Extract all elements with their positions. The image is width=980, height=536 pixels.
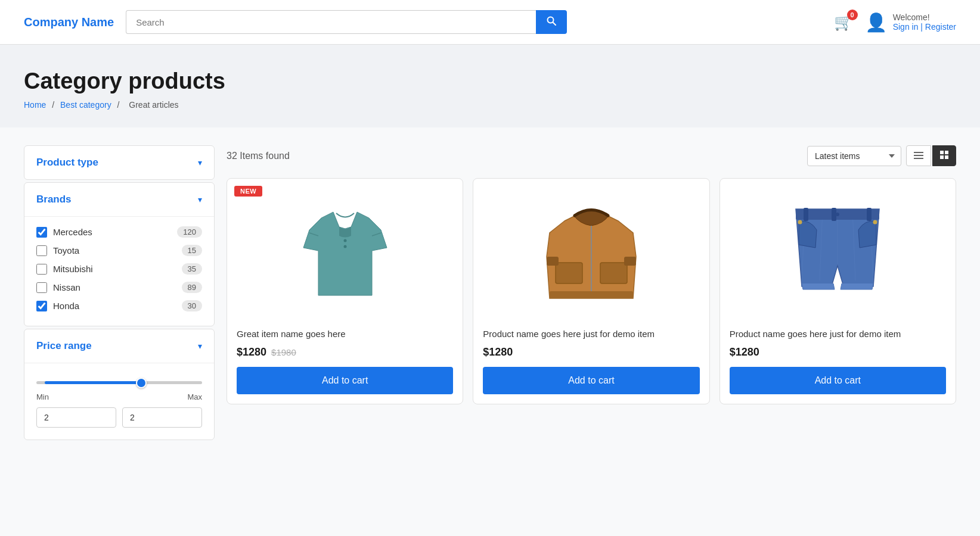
- price-max-input[interactable]: [122, 407, 202, 428]
- svg-point-30: [798, 220, 802, 225]
- svg-rect-18: [550, 291, 633, 298]
- svg-point-10: [343, 245, 346, 248]
- brand-count: 35: [182, 263, 202, 275]
- svg-rect-6: [945, 151, 948, 154]
- product-price-row: $1280 $1980: [237, 346, 453, 359]
- brands-label: Brands: [36, 194, 72, 205]
- svg-rect-3: [914, 155, 923, 156]
- product-card: Product name goes here just for demo ite…: [720, 178, 956, 404]
- products-toolbar: 32 Items found Latest itemsPrice: Low to…: [227, 145, 956, 166]
- brand-item: Honda30: [36, 297, 202, 315]
- brand-count: 120: [177, 226, 202, 238]
- brand-checkbox-honda[interactable]: [36, 301, 47, 311]
- product-badge: NEW: [234, 186, 262, 197]
- brand-checkbox-mitsubishi[interactable]: [36, 264, 47, 275]
- hero-banner: Category products Home / Best category /…: [0, 45, 980, 127]
- price-labels: Min Max: [36, 392, 202, 401]
- brand-checkbox-mercedes[interactable]: [36, 227, 47, 238]
- svg-rect-4: [914, 158, 923, 159]
- svg-point-9: [343, 239, 346, 242]
- price-inputs: [36, 407, 202, 428]
- products-grid: NEW Great item name goes here $1280 $198…: [227, 178, 956, 404]
- user-icon: 👤: [865, 12, 887, 33]
- product-name: Product name goes here just for demo ite…: [483, 328, 699, 340]
- price-range-chevron: ▾: [198, 341, 202, 351]
- price-current: $1280: [730, 346, 759, 359]
- brand-item: Mitsubishi35: [36, 260, 202, 278]
- product-card: NEW Great item name goes here $1280 $198…: [227, 178, 463, 404]
- grid-icon: [940, 151, 948, 159]
- list-view-button[interactable]: [906, 145, 931, 166]
- brand-item: Toyota15: [36, 241, 202, 260]
- add-to-cart-button[interactable]: Add to cart: [483, 367, 699, 394]
- search-icon: [547, 16, 556, 26]
- range-track: [36, 381, 202, 384]
- add-to-cart-button[interactable]: Add to cart: [237, 367, 453, 394]
- price-current: $1280: [237, 346, 266, 359]
- brand-count: 89: [182, 282, 202, 293]
- svg-rect-26: [832, 208, 836, 221]
- list-icon: [914, 152, 923, 159]
- range-fill: [45, 381, 144, 384]
- breadcrumb-category[interactable]: Best category: [60, 100, 111, 110]
- company-logo[interactable]: Company Name: [24, 15, 114, 29]
- svg-rect-14: [556, 263, 582, 283]
- brands-list: Mercedes120Toyota15Mitsubishi35Nissan89H…: [24, 216, 214, 326]
- search-input[interactable]: [126, 10, 536, 34]
- product-image: [483, 188, 699, 319]
- brand-count: 30: [182, 300, 202, 311]
- signin-link[interactable]: Sign in | Register: [893, 22, 956, 32]
- product-type-header[interactable]: Product type ▾: [24, 146, 214, 179]
- product-image: [730, 188, 946, 319]
- brand-name: Mitsubishi: [53, 264, 176, 274]
- product-type-filter: Product type ▾: [24, 145, 215, 180]
- product-price-row: $1280: [730, 346, 946, 359]
- cart-badge: 0: [847, 10, 858, 20]
- brand-count: 15: [182, 245, 202, 256]
- product-name: Product name goes here just for demo ite…: [730, 328, 946, 340]
- cart-button[interactable]: 🛒 0: [834, 13, 853, 32]
- brand-checkbox-toyota[interactable]: [36, 245, 47, 256]
- price-min-input[interactable]: [36, 407, 116, 428]
- svg-rect-27: [867, 208, 872, 221]
- brands-chevron: ▾: [198, 195, 202, 204]
- svg-point-28: [836, 213, 839, 216]
- svg-rect-16: [547, 257, 559, 266]
- product-image: [237, 188, 453, 319]
- breadcrumb-sep1: /: [52, 100, 54, 110]
- svg-rect-7: [940, 155, 944, 159]
- sort-select[interactable]: Latest itemsPrice: Low to HighPrice: Hig…: [807, 146, 901, 166]
- search-button[interactable]: [536, 10, 567, 34]
- range-thumb[interactable]: [136, 378, 147, 388]
- svg-rect-5: [940, 151, 944, 154]
- price-current: $1280: [483, 346, 513, 359]
- toolbar-right: Latest itemsPrice: Low to HighPrice: Hig…: [807, 145, 956, 166]
- breadcrumb-sep2: /: [117, 100, 120, 110]
- brand-item: Mercedes120: [36, 223, 202, 241]
- brand-checkbox-nissan[interactable]: [36, 282, 47, 293]
- svg-point-29: [873, 220, 877, 225]
- svg-rect-15: [600, 263, 627, 283]
- items-count: 32 Items found: [227, 151, 290, 161]
- product-type-label: Product type: [36, 157, 98, 169]
- brands-header[interactable]: Brands ▾: [24, 183, 214, 216]
- price-range-content: Min Max: [24, 363, 214, 440]
- breadcrumb-home[interactable]: Home: [24, 100, 46, 110]
- price-min-label: Min: [36, 392, 49, 401]
- grid-view-button[interactable]: [932, 145, 956, 166]
- brand-name: Honda: [53, 301, 176, 311]
- header-right: 🛒 0 👤 Welcome! Sign in | Register: [834, 12, 956, 33]
- product-type-chevron: ▾: [198, 158, 202, 167]
- price-range-header[interactable]: Price range ▾: [24, 329, 214, 363]
- svg-rect-25: [804, 208, 808, 221]
- product-card: Product name goes here just for demo ite…: [473, 178, 709, 404]
- brand-name: Mercedes: [53, 227, 171, 237]
- breadcrumb: Home / Best category / Great articles: [24, 100, 956, 110]
- price-max-label: Max: [187, 392, 202, 401]
- add-to-cart-button[interactable]: Add to cart: [730, 367, 946, 394]
- product-price-row: $1280: [483, 346, 699, 359]
- main-content: Product type ▾ Brands ▾ Mercedes120Toyot…: [0, 127, 980, 536]
- svg-rect-2: [914, 152, 923, 153]
- sidebar: Product type ▾ Brands ▾ Mercedes120Toyot…: [24, 145, 215, 526]
- page-title: Category products: [24, 68, 956, 94]
